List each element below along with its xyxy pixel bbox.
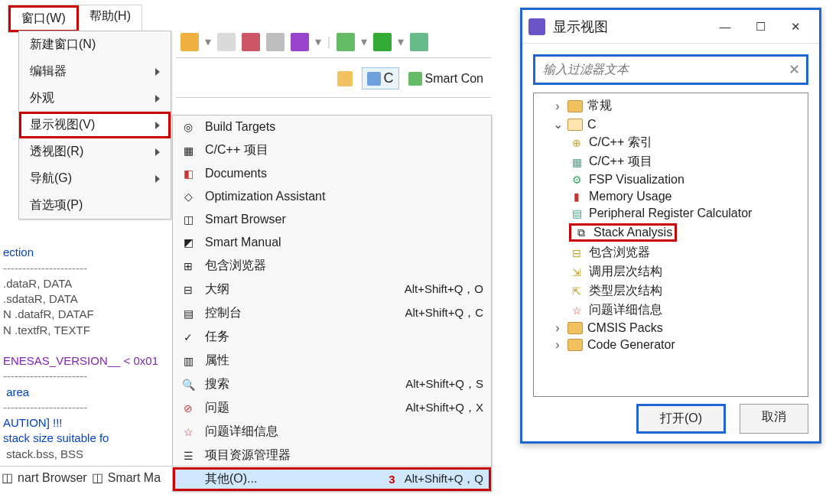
tree-item-c[interactable]: ⌄C [538,115,803,133]
main-toolbar: ▾ ▾ | ▾ ▾ [176,26,491,58]
maximize-button[interactable]: ☐ [743,10,778,43]
perspective-smart-configurator[interactable]: Smart Con [404,70,488,88]
tree-item-fsp[interactable]: ⚙FSP Visualization [538,171,803,188]
book-icon: ◫ [92,470,103,485]
view-project-explorer[interactable]: ☰项目资源管理器 [173,444,491,467]
menu-window[interactable]: 窗口(W) [8,5,79,32]
label: 显示视图(V) [30,117,95,133]
view-documents[interactable]: ◧Documents [173,162,491,185]
label: 搜索 [205,376,396,392]
gear-icon[interactable] [291,33,309,51]
view-problems[interactable]: ⊘问题Alt+Shift+Q，X [173,396,491,420]
expand-icon[interactable]: › [552,99,563,113]
run-icon[interactable] [373,33,392,51]
view-console[interactable]: ▤控制台Alt+Shift+Q，C [173,301,491,325]
label: 问题详细信息 [589,302,662,318]
opt-icon: ◇ [180,189,196,204]
tools-icon[interactable] [410,33,428,51]
minimize-button[interactable]: — [707,10,743,43]
menu-navigate[interactable]: 导航(G) [19,165,171,192]
label: 导航(G) [30,171,72,187]
menubar: 窗口(W) 帮助(H) [8,5,142,33]
book-icon: ◫ [2,470,13,485]
tree-item-typeh[interactable]: ⇱类型层次结构 [538,281,803,301]
tree-item-periph[interactable]: ▤Peripheral Register Calculator [538,205,803,222]
perspective-c[interactable]: C [362,67,399,89]
label: C/C++ 项目 [205,142,483,158]
tree-item-codegen[interactable]: ›Code Generator [538,337,803,353]
folder-icon [567,339,583,351]
tree-item-memory[interactable]: ▮Memory Usage [538,188,803,205]
open-button[interactable]: 打开(O) [636,404,726,434]
label: 项目资源管理器 [205,447,483,463]
menu-appearance[interactable]: 外观 [19,85,171,112]
menu-preferences[interactable]: 首选项(P) [19,192,171,219]
book-icon: ◩ [180,235,196,250]
explorer-icon: ☰ [180,448,196,463]
view-optimization-assistant[interactable]: ◇Optimization Assistant [173,185,491,208]
label: Memory Usage [589,190,672,203]
label: C/C++ 项目 [589,154,652,170]
index-icon: ⊕ [569,136,584,150]
perspective-bar: C Smart Con [176,60,491,98]
perspective-open[interactable] [333,69,357,89]
cancel-button[interactable]: 取消 [740,404,808,434]
include-icon: ⊞ [180,259,196,274]
tab-smart-browser[interactable]: nart Browser [18,471,87,485]
menu-show-view[interactable]: 显示视图(V) [19,112,171,138]
menu-perspective[interactable]: 透视图(R) [19,138,171,165]
folder-open-icon [567,119,583,131]
include-icon: ⊟ [569,246,584,260]
label: 首选项(P) [30,197,83,213]
tree-item-general[interactable]: ›常规 [538,96,803,115]
shortcut: Alt+Shift+Q，S [405,377,483,392]
hammer-icon[interactable] [180,33,199,51]
clear-icon[interactable]: ✕ [789,61,800,78]
menu-editor[interactable]: 编辑器 [19,58,171,85]
view-search[interactable]: 🔍搜索Alt+Shift+Q，S [173,372,491,396]
view-properties[interactable]: ▥属性 [173,349,491,372]
view-smart-manual[interactable]: ◩Smart Manual [173,231,491,254]
view-include-browser[interactable]: ⊞包含浏览器 [173,254,491,278]
box-icon[interactable] [242,33,260,51]
tree-item-c-index[interactable]: ⊕C/C++ 索引 [538,133,803,152]
view-problem-details[interactable]: ☆问题详细信息 [173,420,491,444]
tree-item-c-project[interactable]: ▦C/C++ 项目 [538,152,803,171]
tree-item-callh[interactable]: ⇲调用层次结构 [538,262,803,281]
wand-icon[interactable] [266,33,285,51]
problem-icon: ☆ [569,304,584,317]
tree-item-cmsis[interactable]: ›CMSIS Packs [538,320,803,337]
view-tree[interactable]: ›常规 ⌄C ⊕C/C++ 索引 ▦C/C++ 项目 ⚙FSP Visualiz… [533,93,808,397]
collapse-icon[interactable]: ⌄ [552,117,563,132]
editor-code: ection ---------------------- .dataR, DA… [3,229,175,462]
view-outline[interactable]: ⊟大纲Alt+Shift+Q，O [173,278,491,301]
menu-new-window[interactable]: 新建窗口(N) [19,31,171,58]
expand-icon[interactable]: › [552,338,563,352]
console-icon: ▤ [180,306,196,321]
show-view-submenu: ◎Build Targets ▦C/C++ 项目 ◧Documents ◇Opt… [172,115,492,492]
tree-item-problem-detail[interactable]: ☆问题详细信息 [538,301,803,320]
fsp-icon: ⚙ [569,173,584,187]
tree-item-stack[interactable]: ⧉Stack Analysis [538,222,803,243]
view-smart-browser[interactable]: ◫Smart Browser [173,208,491,231]
c-perspective-icon [367,72,381,86]
view-build-targets[interactable]: ◎Build Targets [173,115,491,138]
chevron-right-icon [155,95,160,102]
bug-icon[interactable] [337,33,355,51]
calc-icon: ▤ [569,206,584,220]
properties-icon: ▥ [180,353,196,369]
menu-help[interactable]: 帮助(H) [79,5,141,32]
view-tasks[interactable]: ✓任务 [173,325,491,349]
binary-icon[interactable] [217,33,236,51]
filter-input[interactable] [541,62,789,77]
close-button[interactable]: ✕ [778,10,813,43]
bottom-tabs: ◫ nart Browser ◫ Smart Ma [0,466,493,489]
expand-icon[interactable]: › [552,321,563,335]
view-c-cpp-project[interactable]: ▦C/C++ 项目 [173,138,491,162]
tree-item-include[interactable]: ⊟包含浏览器 [538,243,803,262]
filter-field[interactable]: ✕ [533,54,808,85]
callh-icon: ⇲ [569,265,584,279]
label: Optimization Assistant [205,190,483,203]
tab-smart-manual[interactable]: Smart Ma [108,471,161,485]
folder-icon [567,322,583,334]
